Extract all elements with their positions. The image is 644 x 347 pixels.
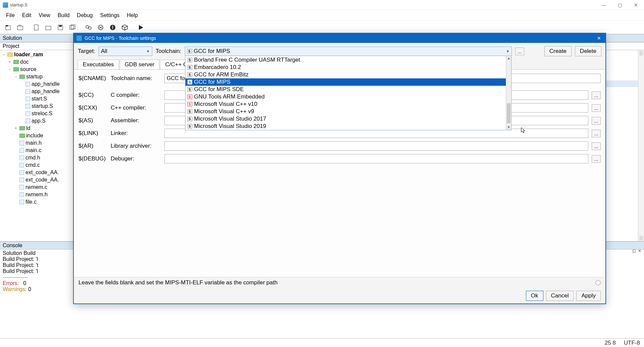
chevron-down-icon: ▼ <box>506 49 509 53</box>
toolchain-option-label: Microsoft Visual Studio 2017 <box>194 116 266 122</box>
toolchain-option[interactable]: SMicrosoft Visual C++ v9 <box>185 108 506 115</box>
menu-edit[interactable]: Edit <box>19 11 35 20</box>
toolchain-option[interactable]: SEmbarcadero 10.2 <box>185 64 506 71</box>
toolchain-option[interactable]: SBorland Free C Compiler UASM RTTarget <box>185 56 506 64</box>
field-label: C compiler: <box>111 92 161 98</box>
toolchain-option[interactable]: SMicrosoft Visual Studio 2017 <box>185 115 506 123</box>
tool-new-project-icon[interactable] <box>3 22 13 33</box>
tree-root[interactable]: −loader_ram <box>1 51 72 58</box>
tree-ld[interactable]: +ld <box>1 125 72 132</box>
tree-include[interactable]: include <box>1 132 72 139</box>
ok-button[interactable]: Ok <box>526 291 543 301</box>
globe-icon[interactable] <box>595 280 601 285</box>
tool-save-icon[interactable] <box>55 22 66 33</box>
browse-button[interactable]: ... <box>592 117 601 125</box>
path-input[interactable] <box>164 154 588 163</box>
tree-file[interactable]: cmd.h <box>1 154 72 161</box>
dropdown-scrollbar[interactable]: ▲ ▼ <box>506 56 511 130</box>
menu-build[interactable]: Build <box>54 11 73 20</box>
svg-rect-3 <box>34 25 38 30</box>
console-close-icon[interactable]: ✕ <box>638 249 641 253</box>
minimize-button[interactable]: — <box>600 2 608 8</box>
delete-button[interactable]: Delete <box>575 46 601 56</box>
console-restore-icon[interactable]: ◱ <box>632 249 636 253</box>
tool-stop-build-icon[interactable] <box>107 22 118 33</box>
browse-button[interactable]: ... <box>592 104 601 112</box>
svg-rect-13 <box>112 26 113 28</box>
tree-file[interactable]: ext_code_AA. <box>1 176 72 184</box>
tool-save-all-icon[interactable] <box>67 22 78 33</box>
toolchain-option-label: Microsoft Visual C++ v10 <box>194 101 258 108</box>
toolchain-option[interactable]: SMicrosoft Visual Studio 2019 <box>185 123 506 130</box>
tool-open-project-icon[interactable] <box>15 22 25 33</box>
tree-file[interactable]: app_handle <box>1 88 72 95</box>
create-button[interactable]: Create <box>544 46 572 56</box>
browse-button[interactable]: ... <box>592 91 601 99</box>
dialog-close-icon[interactable]: ✕ <box>595 36 603 41</box>
tree-file[interactable]: app.S <box>1 117 72 125</box>
toolchain-option[interactable]: SGCC for MIPS SDE <box>185 86 506 93</box>
tab-executables[interactable]: Executables <box>78 60 119 69</box>
tool-package-icon[interactable] <box>119 22 130 33</box>
tree-file[interactable]: start.S <box>1 95 72 102</box>
toolchain-combo[interactable]: S GCC for MIPS ▼ SBorland Free C Compile… <box>185 47 512 56</box>
menu-view[interactable]: View <box>35 11 53 20</box>
close-button[interactable]: ✕ <box>632 2 640 8</box>
tree-file[interactable]: startup.S <box>1 102 72 110</box>
browse-button[interactable]: ... <box>592 155 601 163</box>
toolchain-item-icon: S <box>187 72 192 77</box>
field-label: Library archiver: <box>111 143 161 149</box>
tree-startup[interactable]: −startup <box>1 73 72 80</box>
scroll-down-icon[interactable]: ▼ <box>506 125 511 130</box>
toolchain-option-label: GNU Tools ARM Embedded <box>194 93 265 100</box>
chevron-down-icon: ▼ <box>146 49 150 53</box>
var-label: $(AR) <box>78 143 107 149</box>
scroll-thumb[interactable] <box>507 103 511 123</box>
tree-file[interactable]: app_handle <box>1 80 72 88</box>
tool-build-icon[interactable] <box>83 22 94 33</box>
tab-gdb-server[interactable]: GDB server <box>120 60 160 69</box>
toolchain-option-label: Microsoft Visual Studio 2019 <box>194 123 266 130</box>
path-input[interactable] <box>164 141 588 151</box>
tool-new-file-icon[interactable] <box>31 22 42 33</box>
tool-rebuild-icon[interactable] <box>95 22 106 33</box>
dialog-title: GCC for MIPS - Toolchain settings <box>85 36 156 41</box>
tree-file[interactable]: main.h <box>1 139 72 147</box>
menu-debug[interactable]: Debug <box>73 11 96 20</box>
toolchain-dropdown[interactable]: SBorland Free C Compiler UASM RTTargetSE… <box>185 56 512 130</box>
tree-doc[interactable]: +doc <box>1 58 72 66</box>
scroll-up-icon[interactable]: ▲ <box>506 56 511 61</box>
browse-button[interactable]: ... <box>592 142 601 150</box>
toolchain-option-label: Borland Free C Compiler UASM RTTarget <box>194 57 300 63</box>
target-combo[interactable]: All ▼ <box>99 47 152 56</box>
maximize-button[interactable]: ▢ <box>616 2 624 8</box>
tree-file[interactable]: rwmem.c <box>1 184 72 191</box>
window-titlebar: startup.S — ▢ ✕ <box>0 0 644 10</box>
dialog-hint: Leave the fields blank and set the MIPS-… <box>78 279 277 286</box>
tree-source[interactable]: −source <box>1 66 72 73</box>
browse-button[interactable]: ... <box>592 130 601 137</box>
tree-file[interactable]: file.c <box>1 198 72 206</box>
status-caret-pos: 25 8 <box>605 340 616 346</box>
toolchain-option[interactable]: SGCC for ARM EmBitz <box>185 71 506 78</box>
toolchain-label: Toolchain: <box>156 48 181 55</box>
tree-file[interactable]: streloc.S <box>1 110 72 117</box>
menu-help[interactable]: Help <box>123 11 141 20</box>
toolchain-option[interactable]: SGNU Tools ARM Embedded <box>185 93 506 100</box>
tree-file[interactable]: main.c <box>1 147 72 154</box>
dialog-titlebar[interactable]: GCC for MIPS - Toolchain settings ✕ <box>74 33 605 43</box>
menu-settings[interactable]: Settings <box>97 11 123 20</box>
toolchain-browse-button[interactable]: ... <box>515 48 524 55</box>
tree-file[interactable]: rwmem.h <box>1 191 72 198</box>
apply-button[interactable]: Apply <box>576 291 601 301</box>
toolchain-option[interactable]: SMicrosoft Visual C++ v10 <box>185 100 506 108</box>
tree-file[interactable]: ext_code_AA. <box>1 169 72 176</box>
tool-run-icon[interactable] <box>136 22 146 33</box>
tool-open-file-icon[interactable] <box>43 22 54 33</box>
tree-file[interactable]: cmd.c <box>1 161 72 169</box>
toolchain-option[interactable]: SGCC for MIPS <box>185 78 506 86</box>
cancel-button[interactable]: Cancel <box>546 291 574 301</box>
menu-file[interactable]: File <box>3 11 18 20</box>
project-tree: −loader_ram +doc −source −startup app_ha… <box>0 50 74 241</box>
editor-scrollbar[interactable] <box>638 50 644 241</box>
